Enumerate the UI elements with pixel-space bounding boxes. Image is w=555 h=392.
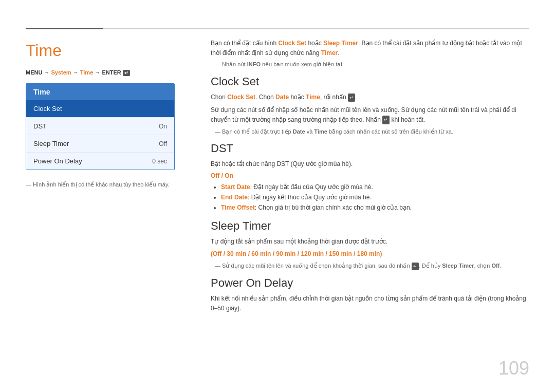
menu-arrow2: →	[73, 69, 80, 76]
enter-icon2: ↵	[382, 116, 390, 124]
start-date-label: Start Date	[221, 183, 250, 191]
sidebar-item-clockset-label: Clock Set	[33, 105, 62, 113]
sidebar-item-clockset[interactable]: Clock Set	[26, 100, 174, 118]
sleeptimer-note: Sử dụng các mũi tên lên và xuống để chọn…	[211, 262, 529, 270]
page-container: Time MENU → System → Time → ENTER ↵ Time…	[0, 0, 555, 392]
dst-bullet-enddate: End Date: Đặt ngày kết thúc của Quy ước …	[221, 192, 529, 202]
right-column: Bạn có thể đặt cấu hình Clock Set hoặc S…	[211, 36, 529, 316]
dst-off-on: Off / On	[211, 172, 529, 179]
enter-icon1: ↵	[348, 94, 355, 102]
powerondelay-section-title: Power On Delay	[211, 276, 529, 290]
sidebar-menu: Time Clock Set DST On Sleep Timer Off Po…	[26, 83, 175, 170]
clockset-note: Bạn có thể cài đặt trực tiếp Date và Tim…	[211, 127, 529, 136]
intro-text: Bạn có thể đặt cấu hình Clock Set hoặc S…	[211, 39, 529, 58]
menu-system: System	[51, 69, 71, 76]
sidebar-item-dst-value: On	[159, 123, 167, 130]
menu-enter: ENTER ↵	[102, 69, 130, 76]
time-ref1: Time	[306, 94, 320, 101]
sleeptimer-section-title: Sleep Timer	[211, 219, 529, 233]
top-border-accent	[26, 28, 103, 29]
powerondelay-para1: Khi kết nối nhiều sản phẩm, điều chỉnh t…	[211, 294, 529, 313]
menu-path: MENU → System → Time → ENTER ↵	[26, 69, 190, 76]
end-date-label: End Date	[221, 194, 248, 201]
intro-sleeptimer-ref: Sleep Timer	[323, 40, 358, 47]
content-wrapper: Time MENU → System → Time → ENTER ↵ Time…	[26, 36, 529, 316]
sidebar-item-powerondelay[interactable]: Power On Delay 0 sec	[26, 153, 174, 170]
left-column: Time MENU → System → Time → ENTER ↵ Time…	[26, 36, 190, 316]
sidebar-item-powerondelay-value: 0 sec	[152, 158, 167, 165]
intro-clockset-ref: Clock Set	[278, 40, 306, 47]
sidebar-item-dst-label: DST	[33, 122, 47, 130]
sidebar-item-sleeptimer[interactable]: Sleep Timer Off	[26, 135, 174, 153]
dst-bullet-startdate: Start Date: Đặt ngày bắt đầu của Quy ước…	[221, 182, 529, 192]
date-ref1: Date	[275, 94, 289, 101]
clockset-section-title: Clock Set	[211, 75, 529, 88]
enter-icon3: ↵	[412, 263, 419, 271]
page-number: 109	[498, 358, 529, 379]
clockset-para1: Chọn Clock Set. Chọn Date hoặc Time, rồi…	[211, 92, 529, 102]
clockset-para2: Sử dụng các nút số để nhập số hoặc nhấn …	[211, 105, 529, 125]
footnote-text: Hình ảnh hiển thị có thể khác nhau tùy t…	[33, 181, 170, 188]
sleeptimer-options-text: (Off / 30 min / 60 min / 90 min / 120 mi…	[211, 250, 382, 257]
sidebar-item-sleeptimer-label: Sleep Timer	[33, 140, 69, 147]
intro-note: Nhấn nút INFO nếu bạn muốn xem giờ hiện …	[211, 61, 529, 68]
footnote-dash: —	[26, 181, 33, 188]
menu-arrow1: →	[44, 69, 51, 76]
sidebar-item-sleeptimer-value: Off	[159, 140, 167, 147]
sidebar-item-dst[interactable]: DST On	[26, 118, 174, 135]
sidebar-footnote: — Hình ảnh hiển thị có thể khác nhau tùy…	[26, 180, 190, 189]
dst-para1: Bật hoặc tắt chức năng DST (Quy ước giờ …	[211, 159, 529, 169]
dst-bullet-timeoffset: Time Offset: Chọn giá trị bù thời gian c…	[221, 202, 529, 213]
sleeptimer-para1: Tự động tắt sản phẩm sau một khoảng thời…	[211, 237, 529, 247]
dst-bullet-list: Start Date: Đặt ngày bắt đầu của Quy ước…	[211, 182, 529, 213]
menu-header: Time	[26, 84, 174, 100]
menu-time: Time	[80, 69, 93, 76]
time-offset-label: Time Offset	[221, 204, 255, 211]
intro-timer-ref: Timer	[321, 49, 338, 57]
menu-label: MENU	[26, 69, 44, 76]
menu-arrow3: →	[95, 69, 102, 76]
sidebar-item-powerondelay-label: Power On Delay	[33, 157, 82, 165]
dst-section-title: DST	[211, 142, 529, 155]
clockset-ref1: Clock Set	[227, 94, 255, 101]
sleeptimer-options: (Off / 30 min / 60 min / 90 min / 120 mi…	[211, 249, 529, 259]
page-title: Time	[26, 41, 190, 60]
